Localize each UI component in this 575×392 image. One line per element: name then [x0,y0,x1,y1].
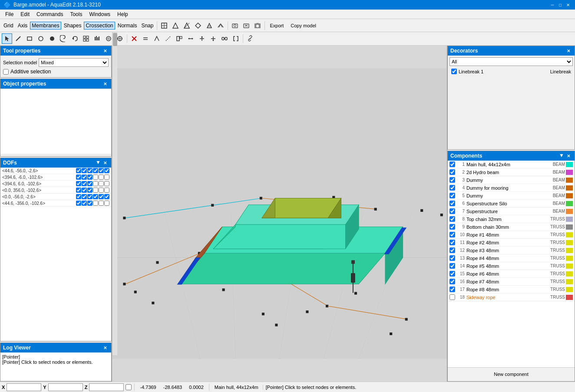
dof-6-cb-1[interactable] [76,201,81,206]
toolbar-btn-view1[interactable] [159,20,169,31]
component-row-3[interactable]: 3 Dummy BEAM [448,176,575,184]
dof-1-cb-4[interactable] [93,168,98,173]
dof-4-cb-4[interactable] [93,188,98,193]
log-viewer-close[interactable]: ✕ [102,344,109,351]
component-row-12[interactable]: 12 Rope #3 48mm TRUSS [448,247,575,254]
dof-6-cb-4[interactable] [93,201,98,206]
component-check-13[interactable] [449,255,455,261]
toolbar-btn-camera1[interactable] [230,20,240,31]
toolbar-btn-view4[interactable] [193,20,203,31]
toolbar-btn-link[interactable] [245,33,255,44]
toolbar-tab-axis[interactable]: Axis [16,23,30,29]
dof-4-cb-5[interactable] [99,188,104,193]
dof-5-cb-3[interactable] [87,194,93,199]
component-check-17[interactable] [449,287,455,292]
dof-1-cb-5[interactable] [99,168,104,173]
toolbar-btn-split[interactable] [174,33,185,44]
x-input[interactable] [7,383,41,391]
component-check-2[interactable] [449,169,455,175]
component-row-6[interactable]: 6 Superstructure Silo BEAM [448,200,575,208]
component-row-15[interactable]: 15 Rope #6 48mm TRUSS [448,270,575,278]
decorators-close[interactable]: ✕ [565,47,572,54]
component-check-14[interactable] [449,263,455,269]
component-row-13[interactable]: 13 Rope #4 48mm TRUSS [448,254,575,262]
component-check-12[interactable] [449,247,455,253]
toolbar-btn-pointer[interactable] [2,33,12,44]
dof-2-cb-5[interactable] [99,175,104,180]
components-close[interactable]: ✕ [565,152,572,159]
toolbar-btn-copymodel[interactable]: Copy model [288,20,319,31]
component-row-9[interactable]: 9 Bottom chain 30mm TRUSS [448,223,575,231]
dofs-content[interactable]: <44.6, -56.0, -2.6> <394.6, -6.0, -102.6… [0,168,111,340]
dof-6-cb-2[interactable] [82,201,87,206]
dof-3-cb-1[interactable] [76,181,81,186]
component-check-18[interactable] [449,294,455,300]
viewport[interactable] [112,46,447,382]
menu-commands[interactable]: Commands [33,10,66,18]
dof-2-cb-4[interactable] [93,175,98,180]
additive-selection-checkbox[interactable] [3,69,9,75]
dof-2-cb-2[interactable] [82,175,87,180]
component-check-7[interactable] [449,208,455,214]
minimize-button[interactable]: ─ [549,1,556,8]
toolbar-btn-circle[interactable] [36,33,46,44]
toolbar-btn-export[interactable]: Export [267,20,287,31]
toolbar-btn-arrows[interactable] [185,33,196,44]
dof-2-cb-3[interactable] [87,175,93,180]
component-row-5[interactable]: 5 Dummy BEAM [448,192,575,200]
toolbar-btn-rect[interactable] [24,33,35,44]
component-row-11[interactable]: 11 Rope #2 48mm TRUSS [448,239,575,247]
component-check-10[interactable] [449,232,455,237]
toolbar-btn-bracket[interactable] [231,33,241,44]
dof-2-cb-1[interactable] [76,175,81,180]
object-properties-close[interactable]: ✕ [102,80,109,87]
component-check-16[interactable] [449,279,455,284]
toolbar-btn-filled-circle[interactable] [47,33,57,44]
toolbar-btn-dblline[interactable] [140,33,151,44]
dof-3-cb-2[interactable] [82,181,87,186]
dof-5-cb-2[interactable] [82,194,87,199]
toolbar-btn-plus-arrow[interactable] [197,33,207,44]
toolbar-tab-normals[interactable]: Normals [116,23,139,29]
dofs-close[interactable]: ✕ [102,159,109,166]
toolbar-btn-view2[interactable] [170,20,181,31]
menu-windows[interactable]: Windows [86,10,114,18]
component-check-11[interactable] [449,240,455,245]
component-row-4[interactable]: 4 Dummy for mooring BEAM [448,184,575,192]
dof-4-cb-2[interactable] [82,188,87,193]
toolbar-btn-line[interactable] [13,33,23,44]
component-row-14[interactable]: 14 Rope #5 48mm TRUSS [448,262,575,270]
dof-4-cb-3[interactable] [87,188,93,193]
toolbar-btn-view3[interactable] [182,20,192,31]
component-check-5[interactable] [449,193,455,198]
toolbar-tab-membranes[interactable]: Membranes [30,22,61,30]
toolbar-btn-undo[interactable] [69,33,80,44]
dof-3-cb-3[interactable] [87,181,93,186]
toolbar-btn-dashline[interactable] [163,33,173,44]
dof-5-cb-6[interactable] [104,194,109,199]
components-list[interactable]: 1 Main hull, 44x12x4m BEAM 2 2d Hydro be… [448,161,575,367]
component-check-6[interactable] [449,201,455,206]
component-row-1[interactable]: 1 Main hull, 44x12x4m BEAM [448,161,575,168]
component-row-16[interactable]: 16 Rope #7 48mm TRUSS [448,278,575,286]
toolbar-tab-shapes[interactable]: Shapes [62,23,83,29]
toolbar-btn-grid-select[interactable] [81,33,91,44]
toolbar-tab-crossection[interactable]: Crossection [84,22,115,30]
selection-model-select[interactable]: Mixed Nodes Elements [39,58,109,67]
menu-help[interactable]: Help [114,10,132,18]
dof-3-cb-5[interactable] [99,181,104,186]
component-row-17[interactable]: 17 Rope #8 48mm TRUSS [448,286,575,293]
menu-edit[interactable]: Edit [17,10,33,18]
maximize-button[interactable]: □ [557,1,564,8]
decorators-filter-select[interactable]: All [449,57,573,66]
toolbar-btn-angle[interactable] [152,33,162,44]
dof-6-cb-3[interactable] [87,201,93,206]
menu-tools[interactable]: Tools [66,10,86,18]
dof-5-cb-4[interactable] [93,194,98,199]
component-check-1[interactable] [449,161,455,167]
toolbar-btn-snapshot[interactable] [252,20,263,31]
dof-4-cb-6[interactable] [104,188,109,193]
dofs-expand[interactable]: ▼ [96,159,101,166]
toolbar-btn-view6[interactable] [215,20,226,31]
toolbar-btn-spiral[interactable] [58,33,69,44]
